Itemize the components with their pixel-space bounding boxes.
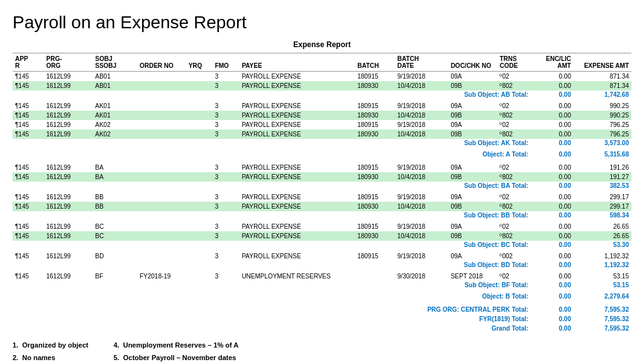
table-row: ¶145 1612L99 BC 3 PAYROLL EXPENSE 180915… — [13, 222, 631, 231]
col-header-docchk: DOC/CHK NO — [448, 53, 497, 72]
col-header-payee: PAYEE — [239, 53, 355, 72]
col-header-trns: TRNSCODE — [497, 53, 531, 72]
table-row: ¶145 1612L99 AB01 3 PAYROLL EXPENSE 1809… — [13, 81, 631, 90]
page-title: Payroll on an Expense Report — [13, 13, 631, 33]
table-row: ¶145 1612L99 BB 3 PAYROLL EXPENSE 180930… — [13, 202, 631, 211]
table-row: ¶145 1612L99 AK02 3 PAYROLL EXPENSE 1809… — [13, 129, 631, 139]
table-row: ¶145 1612L99 BC 3 PAYROLL EXPENSE 180930… — [13, 231, 631, 241]
col-header-app: APPR — [13, 53, 43, 72]
col-header-order: ORDER NO — [137, 53, 186, 72]
table-row: ¶145 1612L99 BA 3 PAYROLL EXPENSE 180930… — [13, 172, 631, 182]
footnotes-right: 4. Unemployment Reserves – 1% of A 5. Oc… — [113, 339, 238, 362]
col-header-batch-date: BATCHDATE — [395, 53, 448, 72]
table-row: ¶145 1612L99 AK02 3 PAYROLL EXPENSE 1809… — [13, 120, 631, 129]
footnote-4: 4. Unemployment Reserves – 1% of A — [113, 339, 238, 352]
footnote-2: 2. No names — [13, 352, 88, 362]
col-header-yrq: YRQ — [186, 53, 213, 72]
table-row: ¶145 1612L99 BA 3 PAYROLL EXPENSE 180915… — [13, 163, 631, 172]
footnotes-left: 1. Organized by object 2. No names 3. He… — [13, 339, 88, 362]
table-row: ¶145 1612L99 BF FY2018-19 3 UNEMPLOYMENT… — [13, 272, 631, 281]
table-row: ¶145 1612L99 AK01 3 PAYROLL EXPENSE 1809… — [13, 101, 631, 111]
table-row: ¶145 1612L99 AK01 3 PAYROLL EXPENSE 1809… — [13, 111, 631, 120]
col-header-prg: PRG-ORG — [43, 53, 92, 72]
report-subtitle: Expense Report — [13, 40, 631, 49]
footnotes-section: 1. Organized by object 2. No names 3. He… — [13, 339, 631, 362]
footnote-5: 5. October Payroll – November dates — [113, 352, 238, 362]
footnote-1: 1. Organized by object — [13, 339, 88, 352]
table-row: ¶145 1612L99 AB01 3 PAYROLL EXPENSE 1809… — [13, 72, 631, 82]
col-header-batch: BATCH — [355, 53, 395, 72]
col-header-enc: ENC/LIC AMT — [531, 53, 574, 72]
col-header-exp: EXPENSE AMT — [574, 53, 631, 72]
expense-report-table: APPR PRG-ORG SOBJSSOBJ ORDER NO YRQ FMO … — [13, 53, 631, 333]
col-header-fmo: FMO — [213, 53, 240, 72]
table-row: ¶145 1612L99 BD 3 PAYROLL EXPENSE 180915… — [13, 251, 631, 261]
col-header-sobj: SOBJSSOBJ — [92, 53, 137, 72]
table-row: ¶145 1612L99 BB 3 PAYROLL EXPENSE 180915… — [13, 192, 631, 202]
